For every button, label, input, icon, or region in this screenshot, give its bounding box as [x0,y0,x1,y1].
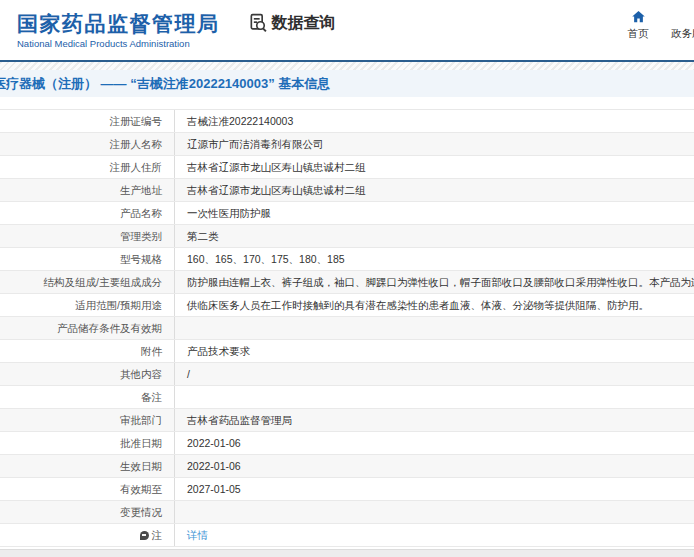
row-label: 其他内容 [0,363,175,385]
nav-gov-service-label: 政务服务 [671,27,694,41]
row-label: 适用范围/预期用途 [0,294,175,316]
row-label-text: 注 [152,524,163,546]
row-value: 2022-01-06 [175,432,694,454]
footer-band [0,549,694,557]
row-value: 2027-01-05 [175,478,694,500]
row-label: 备注 [0,386,175,408]
row-value: 吉林省辽源市龙山区寿山镇忠诚村二组 [175,156,694,178]
table-row: 其他内容/ [0,363,694,386]
row-value [175,317,694,339]
breadcrumb: 医疗器械（注册） —— “吉械注准20222140003” 基本信息 [0,75,330,93]
table-row: 备注 [0,386,694,409]
table-row: 注册人住所吉林省辽源市龙山区寿山镇忠诚村二组 [0,156,694,179]
row-value: 供临床医务人员在工作时接触到的具有潜在感染性的患者血液、体液、分泌物等提供阻隔、… [175,294,694,316]
data-query-heading: 数据查询 [248,13,336,33]
content-spacer [0,97,694,109]
row-label: 生效日期 [0,455,175,477]
table-row: 结构及组成/主要组成成分防护服由连帽上衣、裤子组成，袖口、脚踝口为弹性收口，帽子… [0,271,694,294]
row-label-text: 变更情况 [120,501,162,523]
logo-subtitle-en: National Medical Products Administration [17,38,220,49]
row-value: 一次性医用防护服 [175,202,694,224]
row-label: 产品储存条件及有效期 [0,317,175,339]
row-label: 注册人名称 [0,133,175,155]
table-row: 批准日期2022-01-06 [0,432,694,455]
home-icon [631,9,646,24]
row-value: 2022-01-06 [175,455,694,477]
nav-home-label: 首页 [628,27,649,41]
row-label-text: 生效日期 [120,455,162,477]
row-label-text: 批准日期 [120,432,162,454]
breadcrumb-bar: 医疗器械（注册） —— “吉械注准20222140003” 基本信息 [0,70,694,97]
row-value: 产品技术要求 [175,340,694,362]
row-label-text: 注册人名称 [110,133,163,155]
row-label-text: 注册证编号 [110,110,163,132]
row-value: / [175,363,694,385]
logo-title-cn: 国家药品监督管理局 [17,11,220,37]
page-header: 国家药品监督管理局 National Medical Products Admi… [0,0,694,60]
row-value: 吉林省药品监督管理局 [175,409,694,431]
table-row: 产品储存条件及有效期 [0,317,694,340]
table-row: 型号规格160、165、170、175、180、185 [0,248,694,271]
row-value: 防护服由连帽上衣、裤子组成，袖口、脚踝口为弹性收口，帽子面部收口及腰部收口采用弹… [175,271,694,293]
row-label: 批准日期 [0,432,175,454]
nav-gov-service[interactable]: 政务服务 [664,9,694,41]
row-label-text: 注册人住所 [110,156,163,178]
row-value: 第二类 [175,225,694,247]
row-label-text: 审批部门 [120,409,162,431]
row-label-text: 附件 [141,340,162,362]
row-label-text: 产品名称 [120,202,162,224]
row-value [175,386,694,408]
row-label-text: 产品储存条件及有效期 [57,317,162,339]
row-label: 注册人住所 [0,156,175,178]
note-icon [140,531,149,540]
row-label: 管理类别 [0,225,175,247]
row-value: 吉械注准20222140003 [175,110,694,132]
table-row: 注详情 [0,524,694,547]
row-value: 辽源市广而洁消毒剂有限公司 [175,133,694,155]
data-query-title: 数据查询 [272,13,336,33]
hatch-band [0,62,694,70]
row-label-text: 备注 [141,386,162,408]
row-label-text: 结构及组成/主要组成成分 [44,271,162,293]
table-row: 变更情况 [0,501,694,524]
row-label: 注 [0,524,175,546]
row-value [175,501,694,523]
top-nav: 首页 政务服务 [612,9,694,41]
table-row: 生效日期2022-01-06 [0,455,694,478]
row-label-text: 其他内容 [120,363,162,385]
row-label-text: 适用范围/预期用途 [75,294,162,316]
table-row: 附件产品技术要求 [0,340,694,363]
row-label: 注册证编号 [0,110,175,132]
table-row: 审批部门吉林省药品监督管理局 [0,409,694,432]
row-label-text: 型号规格 [120,248,162,270]
row-label: 有效期至 [0,478,175,500]
table-row: 适用范围/预期用途供临床医务人员在工作时接触到的具有潜在感染性的患者血液、体液、… [0,294,694,317]
registration-detail-table: 注册证编号吉械注准20222140003注册人名称辽源市广而洁消毒剂有限公司注册… [0,109,694,547]
row-label: 结构及组成/主要组成成分 [0,271,175,293]
detail-link[interactable]: 详情 [175,524,694,546]
row-value: 吉林省辽源市龙山区寿山镇忠诚村二组 [175,179,694,201]
row-label-text: 管理类别 [120,225,162,247]
table-row: 管理类别第二类 [0,225,694,248]
row-label-text: 有效期至 [120,478,162,500]
table-row: 生产地址吉林省辽源市龙山区寿山镇忠诚村二组 [0,179,694,202]
row-label: 型号规格 [0,248,175,270]
nmpa-logo[interactable]: 国家药品监督管理局 National Medical Products Admi… [17,11,220,49]
row-label: 产品名称 [0,202,175,224]
table-row: 产品名称一次性医用防护服 [0,202,694,225]
data-query-icon [248,13,268,33]
nav-home[interactable]: 首页 [612,9,664,41]
row-label: 生产地址 [0,179,175,201]
row-label-text: 生产地址 [120,179,162,201]
table-row: 注册证编号吉械注准20222140003 [0,110,694,133]
table-row: 注册人名称辽源市广而洁消毒剂有限公司 [0,133,694,156]
row-value: 160、165、170、175、180、185 [175,248,694,270]
row-label: 审批部门 [0,409,175,431]
row-label: 变更情况 [0,501,175,523]
table-row: 有效期至2027-01-05 [0,478,694,501]
row-label: 附件 [0,340,175,362]
